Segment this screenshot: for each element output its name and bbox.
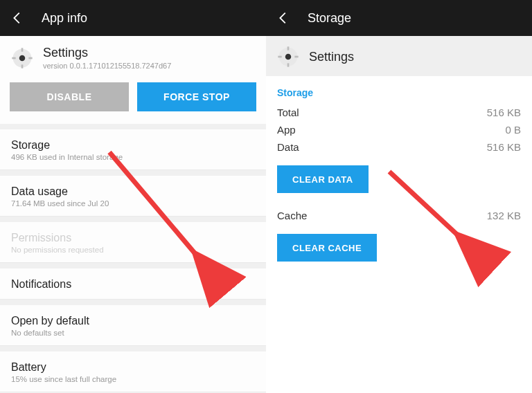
app-version: version 0.0.1.171012155518.7247d67 xyxy=(43,62,171,70)
row-data: Data 516 KB xyxy=(266,138,532,156)
pane-app-info: App info Settings version 0.0.1.17101215… xyxy=(0,0,266,393)
list-item-sub: 15% use since last full charge xyxy=(11,375,255,383)
svg-rect-10 xyxy=(287,63,290,66)
app-header: Settings version 0.0.1.171012155518.7247… xyxy=(0,36,266,78)
svg-rect-11 xyxy=(278,56,281,58)
appbar-left: App info xyxy=(0,0,266,36)
list-item-sub: 496 KB used in Internal storage xyxy=(11,153,255,161)
list-item-sub: 71.64 MB used since Jul 20 xyxy=(11,199,255,208)
list-item-title: Data usage xyxy=(11,185,255,198)
row-value: 0 B xyxy=(505,124,521,136)
row-label: Data xyxy=(277,141,299,153)
row-value: 516 KB xyxy=(487,107,521,118)
svg-rect-5 xyxy=(28,57,32,59)
row-value: 516 KB xyxy=(487,141,521,153)
divider xyxy=(0,170,266,176)
row-cache: Cache 132 KB xyxy=(266,199,532,224)
divider xyxy=(0,124,266,129)
list-item-sub: No permissions requested xyxy=(11,246,255,254)
section-label-storage: Storage xyxy=(266,76,532,104)
list-item-data-usage[interactable]: Data usage 71.64 MB used since Jul 20 xyxy=(0,176,266,217)
row-label: Total xyxy=(277,107,299,118)
list-item-open-by-default[interactable]: Open by default No defaults set xyxy=(0,305,266,346)
force-stop-button[interactable]: FORCE STOP xyxy=(137,82,256,111)
svg-rect-3 xyxy=(21,64,24,68)
svg-rect-9 xyxy=(287,46,290,50)
svg-rect-12 xyxy=(294,56,298,58)
list-item-sub: No defaults set xyxy=(11,329,255,337)
row-label: App xyxy=(277,124,296,136)
pane-storage: Storage Settings Storage Total 516 KB Ap… xyxy=(266,0,532,393)
divider xyxy=(0,346,266,351)
list-item-title: Open by default xyxy=(11,315,255,327)
divider xyxy=(0,300,266,305)
svg-point-1 xyxy=(19,55,26,61)
row-app: App 0 B xyxy=(266,121,532,138)
list-item-storage[interactable]: Storage 496 KB used in Internal storage xyxy=(0,129,266,170)
list-item-notifications[interactable]: Notifications xyxy=(0,268,266,300)
app-header-text: Settings version 0.0.1.171012155518.7247… xyxy=(43,46,171,70)
divider xyxy=(0,263,266,268)
list-item-title: Permissions xyxy=(11,232,255,244)
disable-button[interactable]: DISABLE xyxy=(10,82,129,111)
appbar-right: Storage xyxy=(266,0,532,36)
row-label: Cache xyxy=(277,210,307,221)
clear-data-button[interactable]: CLEAR DATA xyxy=(277,165,369,193)
app-name: Settings xyxy=(309,50,354,64)
divider xyxy=(0,217,266,222)
app-header: Settings xyxy=(266,36,532,76)
row-total: Total 516 KB xyxy=(266,104,532,121)
back-icon[interactable] xyxy=(276,10,291,26)
list-item-title: Storage xyxy=(11,139,255,152)
list-item-battery[interactable]: Battery 15% use since last full charge xyxy=(0,351,266,392)
row-value: 132 KB xyxy=(487,210,521,221)
appbar-title: Storage xyxy=(308,11,351,26)
button-row: DISABLE FORCE STOP xyxy=(0,78,266,124)
svg-point-8 xyxy=(285,54,292,60)
svg-rect-4 xyxy=(12,57,15,59)
list-item-title: Notifications xyxy=(11,278,255,291)
clear-cache-button[interactable]: CLEAR CACHE xyxy=(277,234,377,262)
back-icon[interactable] xyxy=(10,10,25,26)
svg-rect-2 xyxy=(21,48,24,51)
settings-icon xyxy=(11,47,33,69)
list-item-title: Battery xyxy=(11,361,255,374)
settings-icon xyxy=(277,46,299,68)
app-name: Settings xyxy=(43,46,171,60)
list-item-permissions[interactable]: Permissions No permissions requested xyxy=(0,222,266,263)
appbar-title: App info xyxy=(42,11,87,26)
